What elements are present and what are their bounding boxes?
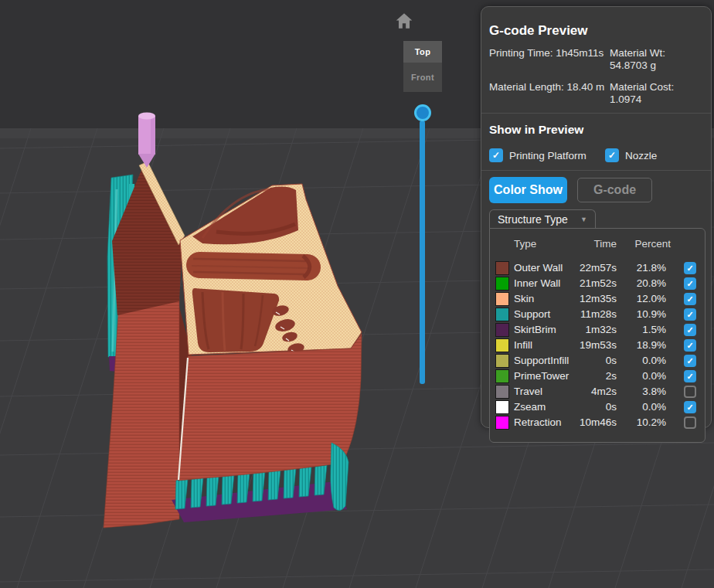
stat-printing-time-: Printing Time: 1h45m11s (489, 47, 610, 72)
row-checkbox[interactable] (684, 339, 696, 352)
row-type: Infill (514, 339, 532, 351)
row-time: 1m32s (585, 324, 617, 335)
row-checkbox[interactable] (684, 262, 696, 274)
color-swatch (495, 400, 509, 414)
layer-slider-track[interactable] (420, 121, 425, 384)
structure-row-retraction: Retraction10m46s10.2% (490, 415, 705, 430)
row-type: Outer Wall (514, 262, 563, 274)
color-swatch (495, 323, 509, 337)
row-time: 11m28s (580, 308, 617, 320)
row-type: Zseam (514, 401, 546, 413)
color-swatch (495, 292, 509, 306)
structure-row-supportinfill: SupportInfill0s0.0% (490, 353, 705, 369)
checkbox-label: Printing Platform (509, 150, 586, 161)
checkbox-label: Nozzle (625, 150, 657, 161)
structure-type-label: Structure Type (498, 213, 568, 226)
stat-material-cost-: Material Cost: 1.0974 (610, 81, 703, 106)
color-swatch (495, 338, 509, 352)
structure-row-zseam: Zseam0s0.0% (490, 399, 705, 415)
row-checkbox[interactable] (684, 401, 696, 413)
stat-material-wt-: Material Wt: 54.8703 g (610, 47, 703, 72)
structure-row-outer-wall: Outer Wall22m57s21.8% (490, 260, 705, 276)
row-type: Inner Wall (514, 277, 560, 289)
column-header-time: Time (594, 238, 617, 250)
row-checkbox[interactable] (684, 370, 696, 382)
color-show-button[interactable]: Color Show (489, 177, 567, 203)
row-checkbox[interactable] (684, 308, 696, 321)
row-time: 12m35s (580, 293, 617, 304)
row-percent: 12.0% (637, 293, 666, 304)
layer-slider-handle[interactable] (414, 104, 431, 121)
row-checkbox[interactable] (684, 277, 696, 290)
view-button-top[interactable]: Top (403, 41, 442, 63)
structure-table: TypeTimePercent Outer Wall22m57s21.8%Inn… (489, 228, 706, 443)
row-percent: 0.0% (642, 355, 666, 366)
color-swatch (495, 277, 509, 291)
structure-row-support: Support11m28s10.9% (490, 307, 705, 322)
row-time: 0s (606, 401, 617, 413)
row-type: Skin (514, 293, 534, 304)
color-swatch (495, 261, 509, 275)
color-swatch (495, 308, 509, 321)
row-percent: 21.8% (637, 262, 666, 274)
row-time: 22m57s (580, 262, 617, 274)
structure-table-rows: Outer Wall22m57s21.8%Inner Wall21m52s20.… (490, 260, 705, 430)
show-in-preview-heading: Show in Preview (489, 123, 703, 137)
view-button-front[interactable]: Front (403, 63, 442, 92)
row-percent: 0.0% (642, 370, 666, 382)
row-percent: 0.0% (642, 401, 666, 413)
divider (481, 170, 711, 171)
display-mode-buttons: Color ShowG-code (489, 177, 703, 203)
row-checkbox[interactable] (684, 293, 696, 305)
divider (481, 113, 711, 114)
row-checkbox[interactable] (684, 386, 696, 398)
color-swatch (495, 416, 509, 430)
row-time: 4m2s (591, 386, 617, 397)
row-type: Travel (514, 386, 542, 397)
checkbox-nozzle[interactable] (605, 148, 619, 162)
preview-toggle-printing-platform: Printing Platform (489, 148, 605, 162)
color-swatch (495, 369, 509, 383)
row-time: 0s (606, 355, 617, 366)
row-checkbox[interactable] (684, 416, 696, 429)
row-time: 10m46s (580, 416, 617, 428)
row-percent: 18.9% (637, 339, 666, 351)
structure-row-primetower: PrimeTower2s0.0% (490, 369, 705, 384)
row-percent: 3.8% (642, 386, 666, 397)
row-time: 19m53s (580, 339, 617, 351)
row-percent: 10.9% (637, 308, 666, 320)
structure-type-dropdown[interactable]: Structure Type ▼ (489, 209, 596, 229)
chevron-down-icon: ▼ (580, 216, 587, 223)
structure-row-skin: Skin12m35s12.0% (490, 291, 705, 307)
checkbox-printing-platform[interactable] (489, 148, 503, 162)
gcode-preview-panel: G-code Preview Printing Time: 1h45m11sMa… (481, 6, 712, 428)
print-stats: Printing Time: 1h45m11sMaterial Wt: 54.8… (489, 47, 703, 106)
g-code-button[interactable]: G-code (577, 178, 652, 202)
row-checkbox[interactable] (684, 324, 696, 336)
column-header-type: Type (514, 238, 536, 250)
view-preset-buttons: TopFront (403, 41, 442, 92)
structure-row-travel: Travel4m2s3.8% (490, 384, 705, 399)
row-percent: 20.8% (637, 277, 666, 289)
preview-toggles: Printing PlatformNozzle (489, 148, 703, 163)
row-time: 21m52s (580, 277, 617, 289)
structure-row-inner-wall: Inner Wall21m52s20.8% (490, 276, 705, 291)
structure-row-infill: Infill19m53s18.9% (490, 338, 705, 353)
row-checkbox[interactable] (684, 355, 696, 367)
home-view-button[interactable] (394, 12, 414, 30)
row-percent: 10.2% (637, 416, 666, 428)
preview-toggle-nozzle: Nozzle (605, 148, 657, 162)
row-type: SupportInfill (514, 355, 569, 366)
color-swatch (495, 385, 509, 399)
column-header-percent: Percent (634, 238, 671, 250)
row-type: Retraction (514, 416, 562, 428)
row-type: SkirtBrim (514, 324, 556, 335)
panel-title: G-code Preview (489, 22, 703, 39)
row-type: PrimeTower (514, 370, 569, 382)
row-percent: 1.5% (642, 324, 666, 335)
structure-row-skirtbrim: SkirtBrim1m32s1.5% (490, 322, 705, 338)
slicer-preview-window: TopFront G-code Preview Printing Time: 1… (0, 0, 714, 588)
row-time: 2s (606, 370, 617, 382)
color-swatch (495, 354, 509, 368)
row-type: Support (514, 308, 550, 320)
